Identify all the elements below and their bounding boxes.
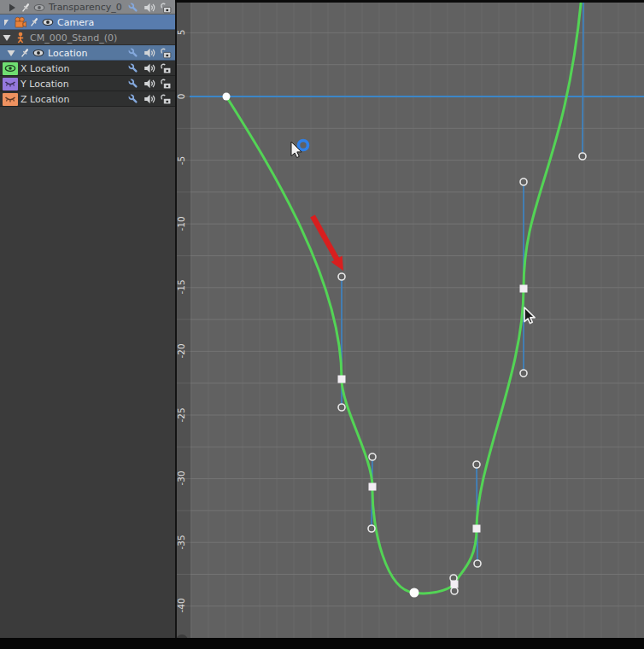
keyframe-point[interactable] — [223, 93, 231, 101]
channel-toggles — [126, 0, 173, 15]
tri-right-icon[interactable] — [5, 1, 19, 15]
tri-down-icon[interactable] — [0, 15, 14, 29]
axis-tick-label: 0 — [176, 94, 186, 100]
graph-area[interactable]: 50-5-10-15-20-25-30-35-40 — [175, 0, 644, 649]
channel-label: Transparency_0 — [49, 2, 122, 13]
handle-point[interactable] — [474, 560, 481, 567]
eye-icon[interactable] — [41, 15, 55, 29]
axis-tick-label: 5 — [176, 30, 186, 36]
handle-point[interactable] — [473, 461, 480, 468]
wrench-icon[interactable] — [126, 1, 140, 15]
speaker-icon[interactable] — [143, 77, 156, 91]
lock-icon[interactable] — [159, 77, 173, 91]
keyframe-point[interactable] — [451, 581, 459, 588]
channel-label: CM_000_Stand_(0) — [30, 32, 117, 44]
bottom-bar — [0, 638, 644, 649]
pin-icon[interactable] — [27, 15, 41, 29]
wrench-icon[interactable] — [126, 61, 140, 75]
pin-icon[interactable] — [18, 46, 32, 60]
channel-y-location[interactable]: Y Location — [0, 76, 175, 91]
handle-point[interactable] — [579, 153, 586, 160]
channel-transparency-0[interactable]: Transparency_0 — [0, 0, 175, 15]
axis-tick-label: -10 — [176, 216, 186, 231]
lock-icon[interactable] — [159, 46, 173, 60]
channel-label: Location — [48, 48, 88, 59]
tri-down-icon[interactable] — [4, 46, 18, 60]
channel-toggles — [126, 91, 173, 107]
tri-down-icon[interactable] — [0, 31, 14, 44]
channel-label: X Location — [20, 63, 70, 74]
curve-visible-eye-icon[interactable] — [3, 62, 18, 75]
channel-label: Y Location — [20, 79, 69, 90]
channel-toggles — [126, 76, 173, 91]
lock-icon[interactable] — [159, 1, 173, 15]
axis-tick-label: -35 — [176, 535, 186, 549]
axis-tick-label: -30 — [176, 471, 186, 485]
armature-icon — [14, 31, 27, 44]
speaker-icon[interactable] — [143, 61, 156, 75]
keyframe-point[interactable] — [338, 376, 346, 383]
speaker-icon[interactable] — [143, 1, 156, 15]
lock-icon[interactable] — [159, 61, 173, 75]
axis-tick-label: -15 — [176, 279, 186, 294]
axis-tick-label: -5 — [176, 156, 186, 165]
keyframe-point[interactable] — [410, 588, 419, 598]
channel-x-location[interactable]: X Location — [0, 61, 175, 76]
curve-hidden-eye-icon[interactable] — [3, 78, 18, 91]
handle-point[interactable] — [520, 178, 527, 185]
keyframe-point[interactable] — [473, 525, 481, 533]
channel-toggles — [126, 61, 173, 76]
axis-tick-label: -25 — [176, 407, 186, 422]
axis-tick-label: -40 — [176, 598, 186, 612]
graph-editor-canvas[interactable]: 50-5-10-15-20-25-30-35-40 — [175, 0, 644, 649]
keyframe-point[interactable] — [520, 285, 528, 293]
blender-graph-editor: Transparency_0 Camera CM_000_Stand_(0) — [0, 0, 644, 649]
channel-cm-000-stand[interactable]: CM_000_Stand_(0) — [0, 30, 175, 45]
channel-toggles — [126, 45, 173, 61]
axis-tick-label: -20 — [176, 343, 186, 358]
top-edge — [175, 0, 644, 3]
wrench-icon[interactable] — [126, 92, 140, 106]
speaker-icon[interactable] — [143, 46, 156, 60]
curve-hidden-eye-icon[interactable] — [3, 93, 18, 106]
channel-list: Transparency_0 Camera CM_000_Stand_(0) — [0, 0, 175, 638]
handle-point[interactable] — [520, 370, 527, 377]
eye-icon[interactable] — [32, 46, 45, 60]
handle-point[interactable] — [338, 404, 345, 411]
handle-point[interactable] — [368, 525, 375, 532]
channel-location-group[interactable]: Location — [0, 45, 175, 61]
keyframe-point[interactable] — [369, 483, 377, 491]
handle-point[interactable] — [369, 453, 376, 460]
camera-icon — [14, 15, 27, 29]
channel-z-location[interactable]: Z Location — [0, 91, 175, 107]
speaker-icon[interactable] — [143, 92, 156, 106]
handle-point[interactable] — [451, 588, 458, 594]
pin-icon[interactable] — [19, 1, 32, 15]
wrench-icon[interactable] — [126, 77, 140, 91]
eye-icon[interactable] — [32, 1, 46, 15]
channel-label: Z Location — [20, 94, 70, 105]
wrench-icon[interactable] — [126, 46, 140, 60]
lock-icon[interactable] — [159, 92, 173, 106]
channel-camera[interactable]: Camera — [0, 15, 175, 30]
channel-label: Camera — [57, 17, 94, 28]
handle-point[interactable] — [338, 273, 345, 280]
